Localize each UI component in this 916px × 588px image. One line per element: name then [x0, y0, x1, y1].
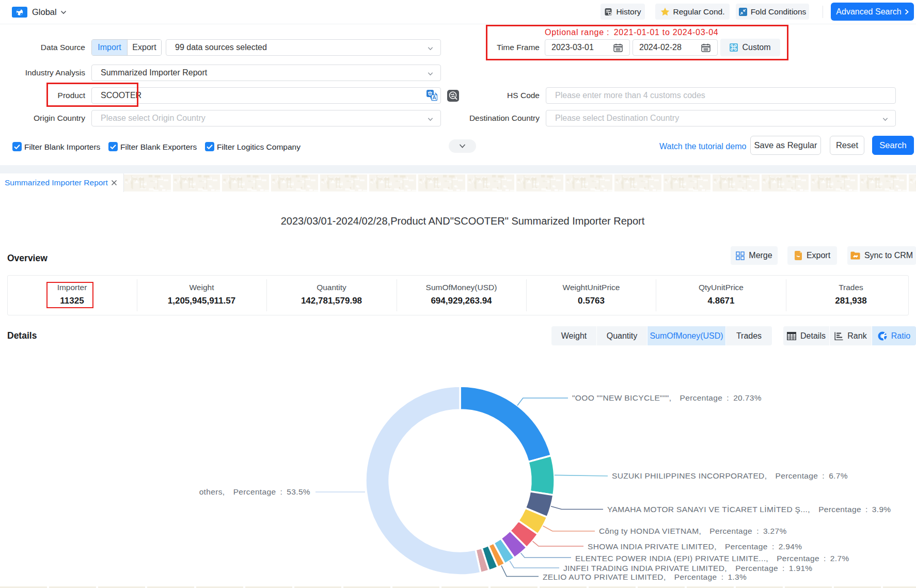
- svg-text:YAMAHA MOTOR SANAYI VE TİCARET: YAMAHA MOTOR SANAYI VE TİCARET LİMİTED Ş…: [607, 505, 891, 514]
- svg-text:Công ty HONDA VIETNAM, Percen: Công ty HONDA VIETNAM, Percentage : 3.27…: [599, 527, 787, 535]
- svg-text:SUZUKI PHILIPPINES INCORPORATE: SUZUKI PHILIPPINES INCORPORATED, Percent…: [612, 471, 848, 480]
- svg-text:ZELIO AUTO PRIVATE LIMITED, P: ZELIO AUTO PRIVATE LIMITED, Percentage :…: [543, 573, 747, 581]
- svg-text:JINFEI TRADING INDIA PRIVATE L: JINFEI TRADING INDIA PRIVATE LIMITED, Pe…: [563, 564, 813, 573]
- svg-text:"OOO ""NEW BICYCLE""", Percen: "OOO ""NEW BICYCLE""", Percentage : 20.7…: [572, 393, 762, 402]
- svg-text:ELENTEC POWER INDIA (EPI) PRIV: ELENTEC POWER INDIA (EPI) PRIVATE LIMITE…: [575, 554, 849, 563]
- svg-text:others, Percentage : 53.5%: others, Percentage : 53.5%: [199, 487, 310, 496]
- svg-text:SHOWA INDIA PRIVATE LIMITED,: SHOWA INDIA PRIVATE LIMITED, Percentage …: [588, 542, 802, 551]
